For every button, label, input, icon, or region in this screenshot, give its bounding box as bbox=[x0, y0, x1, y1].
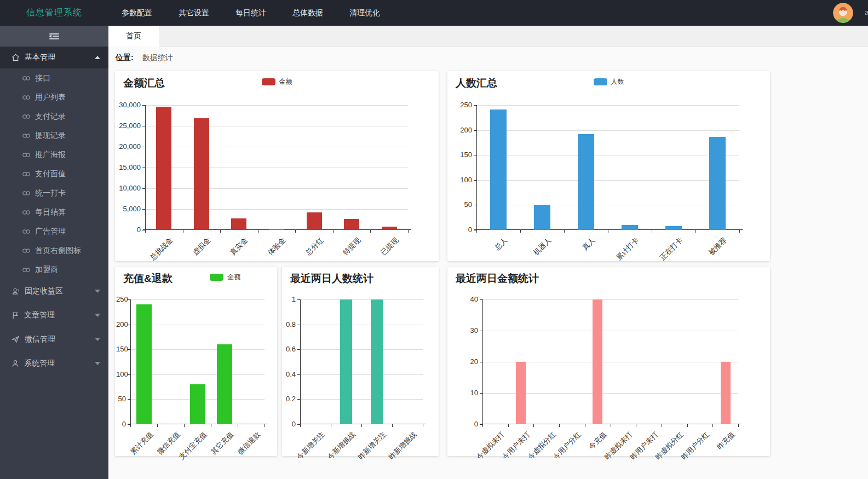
flag-icon bbox=[12, 311, 19, 319]
username-text[interactable]: a bbox=[865, 8, 868, 18]
chevron-down-icon bbox=[95, 314, 100, 317]
sidebar-subitem-promo-poster[interactable]: 推广海报 bbox=[0, 145, 108, 164]
bar[interactable] bbox=[721, 362, 731, 424]
tab-home[interactable]: 首页 bbox=[108, 26, 159, 47]
person-icon bbox=[12, 360, 19, 367]
bar[interactable] bbox=[709, 137, 726, 230]
x-axis-tick bbox=[652, 230, 652, 233]
subitem-label: 每日结算 bbox=[35, 207, 66, 217]
bar[interactable] bbox=[231, 218, 246, 230]
sidebar-collapse-toggle[interactable] bbox=[0, 26, 108, 47]
chart-legend[interactable]: 金额 bbox=[262, 77, 292, 86]
sidebar-subitem-payment-value[interactable]: 支付面值 bbox=[0, 164, 108, 183]
x-axis-tick bbox=[258, 230, 258, 233]
bar[interactable] bbox=[194, 118, 209, 230]
bar[interactable] bbox=[156, 107, 171, 230]
app-brand[interactable]: 信息管理系统 bbox=[0, 7, 108, 19]
sidebar-subitem-daily-settlement[interactable]: 每日结算 bbox=[0, 203, 108, 222]
sidebar-item-basic-management[interactable]: 基本管理 bbox=[0, 47, 108, 68]
sidebar-item-wechat-management[interactable]: 微信管理 bbox=[0, 327, 108, 351]
chart-card-two-day-amount: 最近两日金额统计 010203040今虚拟未打今用户未打今虚拟分红今用户分红今充… bbox=[447, 267, 770, 456]
gridline bbox=[145, 105, 408, 106]
y-axis-label: 15,000 bbox=[116, 163, 141, 171]
bar[interactable] bbox=[490, 109, 507, 230]
link-icon bbox=[22, 209, 31, 216]
bar[interactable] bbox=[516, 362, 526, 424]
menu-item-other-settings[interactable]: 其它设置 bbox=[165, 0, 222, 26]
bar[interactable] bbox=[622, 225, 638, 230]
main-content: 位置:数据统计 金额汇总 金额 05,00010,00015,00020,000… bbox=[108, 47, 868, 479]
menu-item-daily-stats[interactable]: 每日统计 bbox=[222, 0, 279, 26]
sidebar-subitem-user-list[interactable]: 用户列表 bbox=[0, 88, 108, 107]
x-axis-tick bbox=[184, 424, 185, 427]
sidebar-subitem-payment-records[interactable]: 支付记录 bbox=[0, 107, 108, 126]
sidebar-subitem-withdraw-records[interactable]: 提现记录 bbox=[0, 126, 108, 145]
x-axis-tick bbox=[238, 424, 238, 427]
y-axis-label: 0.8 bbox=[283, 320, 296, 328]
y-axis-label: 0.4 bbox=[283, 370, 296, 378]
chart-card-recharge-refund: 充值&退款 金额 050100150200250累计充值微信充值支付宝充值其它充… bbox=[115, 267, 277, 456]
subitem-label: 加盟商 bbox=[35, 265, 58, 275]
sidebar-item-system-management[interactable]: 系统管理 bbox=[0, 351, 108, 376]
bar[interactable] bbox=[136, 304, 152, 424]
sidebar-subitem-ad-management[interactable]: 广告管理 bbox=[0, 222, 108, 241]
tab-bar: 首页 bbox=[108, 26, 868, 47]
x-axis-label: 昨用户分红 bbox=[662, 430, 711, 479]
x-axis-tick bbox=[738, 424, 739, 427]
sidebar-item-label: 系统管理 bbox=[24, 359, 55, 368]
sidebar-item-article-management[interactable]: 文章管理 bbox=[0, 303, 108, 327]
chart-legend[interactable]: 人数 bbox=[594, 77, 624, 86]
bar[interactable] bbox=[190, 384, 205, 424]
chart-plot: 05,00010,00015,00020,00025,00030,000总挑战金… bbox=[145, 105, 408, 230]
x-axis-tick bbox=[520, 230, 521, 233]
sidebar-subitem-home-right-icon[interactable]: 首页右侧图标 bbox=[0, 241, 108, 260]
sidebar-subitem-franchisee[interactable]: 加盟商 bbox=[0, 260, 108, 279]
bar[interactable] bbox=[217, 344, 232, 424]
gridline bbox=[482, 331, 738, 331]
y-axis-line bbox=[482, 299, 483, 424]
x-axis-label: 今虚拟未打 bbox=[457, 430, 507, 479]
bar[interactable] bbox=[340, 299, 352, 424]
user-avatar[interactable] bbox=[833, 3, 853, 23]
avatar-image bbox=[833, 3, 853, 23]
menu-item-overall-data[interactable]: 总体数据 bbox=[279, 0, 336, 26]
subitem-label: 统一打卡 bbox=[35, 188, 66, 198]
y-axis-label: 10 bbox=[449, 389, 478, 397]
menu-item-cleanup-optimize[interactable]: 清理优化 bbox=[336, 0, 393, 26]
sidebar-subitem-unified-checkin[interactable]: 统一打卡 bbox=[0, 183, 108, 203]
x-axis-line bbox=[474, 229, 743, 230]
sidebar-item-fixed-income[interactable]: 固定收益区 bbox=[0, 279, 108, 303]
y-axis-label: 25,000 bbox=[116, 122, 141, 130]
bar[interactable] bbox=[269, 229, 284, 230]
send-icon bbox=[12, 336, 20, 343]
x-axis-tick bbox=[331, 424, 331, 427]
gridline bbox=[300, 299, 423, 300]
menu-item-param-config[interactable]: 参数配置 bbox=[108, 0, 165, 26]
bar[interactable] bbox=[371, 299, 383, 424]
bar[interactable] bbox=[665, 226, 682, 230]
breadcrumb: 位置:数据统计 bbox=[108, 47, 868, 63]
x-axis-tick bbox=[687, 424, 688, 427]
legend-marker bbox=[210, 274, 223, 281]
chart-plot: 00.20.40.60.81今新增关注今新增挑战昨新增关注昨新增挑战 bbox=[300, 299, 423, 424]
chart-card-two-day-people: 最近两日人数统计 00.20.40.60.81今新增关注今新增挑战昨新增关注昨新… bbox=[282, 267, 439, 456]
y-axis-label: 0 bbox=[116, 420, 126, 428]
x-axis-label: 今用户分红 bbox=[534, 430, 584, 479]
y-axis-label: 30,000 bbox=[116, 101, 141, 109]
bar[interactable] bbox=[307, 212, 322, 230]
y-axis-label: 0.6 bbox=[283, 345, 296, 353]
sidebar-subitem-api[interactable]: 接口 bbox=[0, 68, 108, 88]
chart-legend[interactable]: 金额 bbox=[210, 273, 240, 282]
bar[interactable] bbox=[534, 205, 550, 230]
bar[interactable] bbox=[578, 134, 594, 230]
x-axis-tick bbox=[211, 424, 211, 427]
y-axis-line bbox=[130, 299, 131, 424]
bar[interactable] bbox=[344, 219, 359, 230]
gridline bbox=[300, 325, 423, 325]
bar[interactable] bbox=[382, 227, 397, 230]
y-axis-label: 200 bbox=[116, 320, 126, 328]
sidebar: 基本管理 接口 用户列表 支付记录 提现记录 推广海报 bbox=[0, 26, 108, 479]
bar[interactable] bbox=[593, 299, 602, 424]
collapse-menu-icon bbox=[49, 32, 59, 41]
x-axis-tick bbox=[476, 230, 477, 233]
